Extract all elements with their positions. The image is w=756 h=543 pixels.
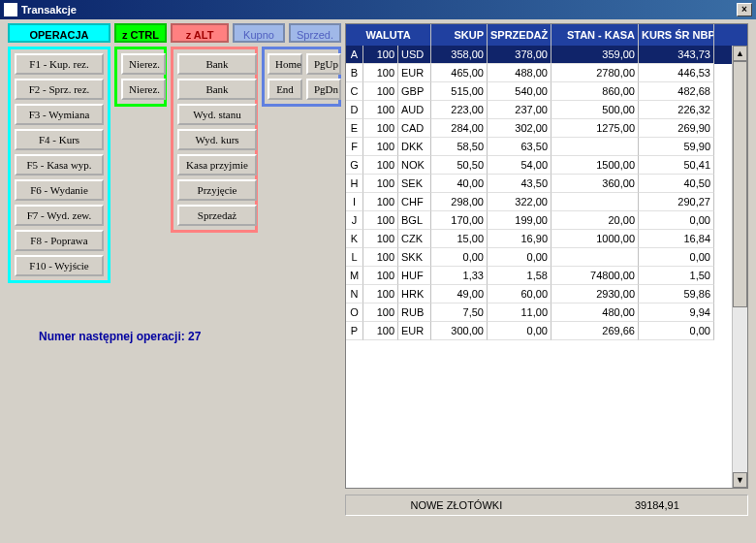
btn-f8-poprawa[interactable]: F8 - Poprawa [15, 230, 104, 251]
btn-f4-kurs[interactable]: F4 - Kurs [15, 129, 104, 150]
btn-ctrl-nierez-2[interactable]: Nierez. [121, 79, 166, 100]
cell: 100 [363, 267, 398, 285]
cell: HUF [398, 267, 431, 285]
btn-pgup[interactable]: PgUp [306, 53, 341, 75]
header-ctrl: z CTRL [114, 23, 167, 43]
btn-alt-sprzedaz[interactable]: Sprzedaż [177, 205, 257, 226]
col-waluta[interactable]: WALUTA [346, 24, 431, 46]
scroll-thumb[interactable] [733, 61, 747, 307]
btn-alt-przyjecie[interactable]: Przyjęcie [177, 179, 257, 201]
table-row[interactable]: A100USD358,00378,00359,00343,73 [346, 46, 747, 64]
cell: 11,00 [488, 303, 551, 322]
cell: D [346, 101, 363, 119]
table-row[interactable]: J100BGL170,00199,0020,000,00 [346, 211, 747, 230]
cell [551, 193, 639, 211]
table-body: A100USD358,00378,00359,00343,73B100EUR46… [346, 46, 747, 468]
col-stan-kasa[interactable]: STAN - KASA [551, 24, 639, 46]
col-sprzedaz[interactable]: SPRZEDAŻ [488, 24, 551, 46]
btn-f2-sprz-rez[interactable]: F2 - Sprz. rez. [15, 79, 104, 100]
cell: P [346, 322, 363, 340]
btn-f7-wyd-zew[interactable]: F7 - Wyd. zew. [15, 205, 104, 226]
table-row[interactable]: H100SEK40,0043,50360,0040,50 [346, 175, 747, 193]
cell: 100 [363, 101, 398, 119]
col-skup[interactable]: SKUP [431, 24, 488, 46]
table-row[interactable]: B100EUR465,00488,002780,00446,53 [346, 64, 747, 82]
cell: SEK [398, 175, 431, 193]
btn-f5-kasa-wyp[interactable]: F5 - Kasa wyp. [15, 154, 104, 176]
cell: 226,32 [639, 101, 714, 119]
cell: 50,50 [431, 156, 488, 175]
vertical-scrollbar[interactable]: ▲ ▼ [732, 46, 747, 488]
btn-f6-wydanie[interactable]: F6 - Wydanie [15, 179, 104, 201]
scroll-down-icon[interactable]: ▼ [733, 472, 747, 488]
btn-f1-kup-rez[interactable]: F1 - Kup. rez. [15, 53, 104, 75]
table-row[interactable]: I100CHF298,00322,00290,27 [346, 193, 747, 211]
cell: 300,00 [431, 322, 488, 340]
table-row[interactable]: O100RUB7,5011,00480,009,94 [346, 303, 747, 322]
cell: 1000,00 [551, 230, 639, 248]
btn-ctrl-nierez-1[interactable]: Nierez. [121, 53, 166, 75]
table-row[interactable]: N100HRK49,0060,002930,0059,86 [346, 285, 747, 303]
btn-home[interactable]: Home [268, 53, 302, 75]
cell: N [346, 285, 363, 303]
table-row[interactable]: C100GBP515,00540,00860,00482,68 [346, 82, 747, 101]
scroll-up-icon[interactable]: ▲ [733, 46, 747, 61]
cell: 0,00 [488, 248, 551, 267]
cell: B [346, 64, 363, 82]
cell: 343,73 [639, 46, 714, 64]
table-row[interactable]: P100EUR300,000,00269,660,00 [346, 322, 747, 340]
cell: M [346, 267, 363, 285]
cell: 237,00 [488, 101, 551, 119]
cell [551, 248, 639, 267]
btn-alt-wyd-kurs[interactable]: Wyd. kurs [177, 129, 257, 150]
btn-f3-wymiana[interactable]: F3 - Wymiana [15, 104, 104, 125]
header-operacja: OPERACJA [8, 23, 110, 43]
cell: 284,00 [431, 119, 488, 138]
col-kurs-nbp[interactable]: KURS ŚR NBP [639, 24, 714, 46]
table-row[interactable]: L100SKK0,000,000,00 [346, 248, 747, 267]
table-row[interactable]: M100HUF1,331,5874800,001,50 [346, 267, 747, 285]
window-title: Transakcje [21, 0, 737, 19]
cell: 7,50 [431, 303, 488, 322]
btn-f10-wyjscie[interactable]: F10 - Wyjście [15, 255, 104, 276]
cell: 100 [363, 230, 398, 248]
cell: 0,00 [431, 248, 488, 267]
next-op-status: Numer następnej operacji: 27 [39, 330, 201, 343]
btn-alt-bank-1[interactable]: Bank [177, 53, 257, 75]
close-button[interactable]: × [737, 3, 752, 16]
cell: 63,50 [488, 138, 551, 156]
cell: 100 [363, 64, 398, 82]
btn-alt-bank-2[interactable]: Bank [177, 79, 257, 100]
cell: 100 [363, 285, 398, 303]
cell: USD [398, 46, 431, 64]
cell: 50,41 [639, 156, 714, 175]
cell: 359,00 [551, 46, 639, 64]
header-kupno[interactable]: Kupno [233, 23, 285, 43]
table-row[interactable]: G100NOK50,5054,001500,0050,41 [346, 156, 747, 175]
cell: 74800,00 [551, 267, 639, 285]
cell: 860,00 [551, 82, 639, 101]
cell: C [346, 82, 363, 101]
cell: CAD [398, 119, 431, 138]
cell: 59,86 [639, 285, 714, 303]
cell: 358,00 [431, 46, 488, 64]
btn-alt-kasa-przyjmie[interactable]: Kasa przyjmie [177, 154, 257, 176]
btn-alt-wyd-stanu[interactable]: Wyd. stanu [177, 104, 257, 125]
table-row[interactable]: K100CZK15,0016,901000,0016,84 [346, 230, 747, 248]
cell: F [346, 138, 363, 156]
btn-end[interactable]: End [268, 79, 302, 100]
cell: AUD [398, 101, 431, 119]
header-sprzed[interactable]: Sprzed. [289, 23, 341, 43]
cell: E [346, 119, 363, 138]
table-row[interactable]: E100CAD284,00302,001275,00269,90 [346, 119, 747, 138]
cell: 60,00 [488, 285, 551, 303]
btn-pgdn[interactable]: PgDn [306, 79, 341, 100]
table-row[interactable]: F100DKK58,5063,5059,90 [346, 138, 747, 156]
bottom-status-bar: NOWE ZŁOTÓWKI 39184,91 [345, 495, 748, 516]
cell: 100 [363, 248, 398, 267]
scroll-track[interactable] [733, 61, 747, 472]
cell: 9,94 [639, 303, 714, 322]
cell: 40,50 [639, 175, 714, 193]
cell: 446,53 [639, 64, 714, 82]
table-row[interactable]: D100AUD223,00237,00500,00226,32 [346, 101, 747, 119]
